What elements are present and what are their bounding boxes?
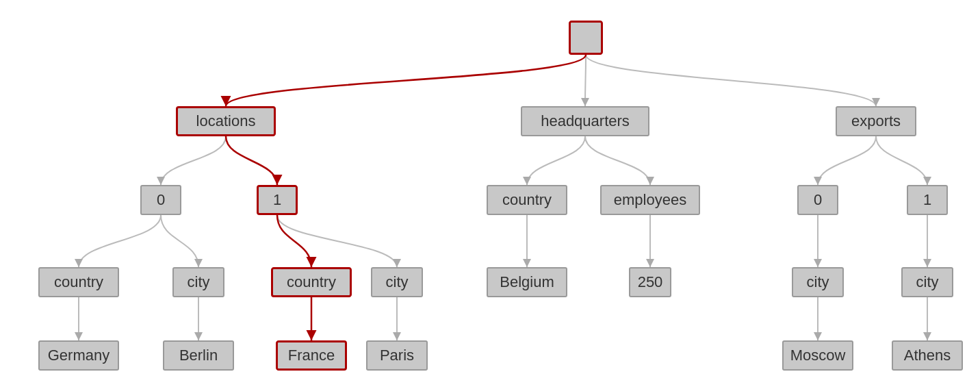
node-hq_250: 250	[629, 267, 671, 297]
node-loc_1: 1	[257, 185, 298, 215]
node-label-loc_0: 0	[157, 191, 165, 209]
node-exp1_athens: Athens	[892, 340, 963, 371]
node-label-exp1_athens: Athens	[904, 347, 951, 364]
node-loc0_city: city	[172, 267, 224, 297]
node-label-exports: exports	[851, 112, 901, 130]
node-loc1_paris: Paris	[366, 340, 428, 371]
node-label-exp_0: 0	[814, 191, 822, 209]
node-label-exp1_city: city	[916, 273, 939, 291]
node-label-locations: locations	[196, 112, 256, 130]
node-loc0_berlin: Berlin	[163, 340, 234, 371]
node-label-loc0_berlin: Berlin	[179, 347, 218, 364]
node-exp_1: 1	[907, 185, 948, 215]
node-label-headquarters: headquarters	[541, 112, 630, 130]
node-label-exp_1: 1	[923, 191, 931, 209]
node-root	[569, 21, 603, 55]
node-loc1_france: France	[276, 340, 347, 371]
node-loc0_germany: Germany	[38, 340, 119, 371]
node-label-hq_belgium: Belgium	[500, 273, 554, 291]
node-loc0_country: country	[38, 267, 119, 297]
node-label-loc1_france: France	[288, 347, 335, 364]
node-loc_0: 0	[140, 185, 181, 215]
node-exp0_moscow: Moscow	[782, 340, 853, 371]
node-label-loc1_country: country	[287, 273, 336, 291]
node-loc1_city: city	[371, 267, 423, 297]
node-exports: exports	[836, 106, 916, 136]
node-label-hq_country: country	[502, 191, 552, 209]
node-label-exp0_moscow: Moscow	[790, 347, 846, 364]
node-headquarters: headquarters	[521, 106, 649, 136]
node-label-loc_1: 1	[273, 191, 281, 209]
node-label-hq_employees: employees	[614, 191, 686, 209]
node-label-hq_250: 250	[638, 273, 663, 291]
node-label-loc1_paris: Paris	[380, 347, 414, 364]
node-exp0_city: city	[792, 267, 844, 297]
node-label-loc0_country: country	[54, 273, 103, 291]
node-loc1_country: country	[271, 267, 352, 297]
node-locations: locations	[176, 106, 276, 136]
node-label-exp0_city: city	[807, 273, 829, 291]
node-hq_employees: employees	[600, 185, 700, 215]
node-label-loc0_germany: Germany	[48, 347, 109, 364]
tree-diagram: locationsheadquartersexports01countryemp…	[0, 0, 980, 387]
node-exp_0: 0	[797, 185, 838, 215]
node-hq_belgium: Belgium	[487, 267, 567, 297]
node-exp1_city: city	[901, 267, 953, 297]
node-hq_country: country	[487, 185, 567, 215]
node-label-loc0_city: city	[188, 273, 210, 291]
node-label-loc1_city: city	[386, 273, 409, 291]
